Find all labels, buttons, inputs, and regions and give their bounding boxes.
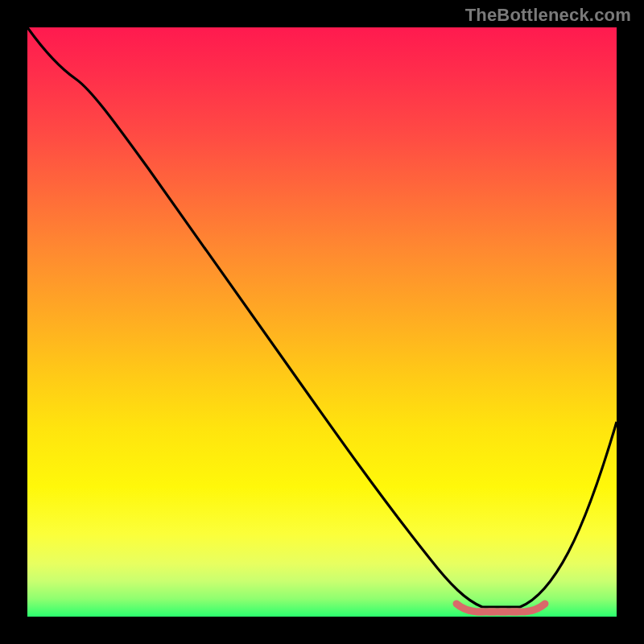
- watermark-text: TheBottleneck.com: [465, 5, 631, 26]
- bottleneck-curve: [27, 27, 617, 607]
- chart-frame: TheBottleneck.com: [0, 0, 644, 644]
- plot-area: [27, 27, 617, 617]
- curve-layer: [27, 27, 617, 617]
